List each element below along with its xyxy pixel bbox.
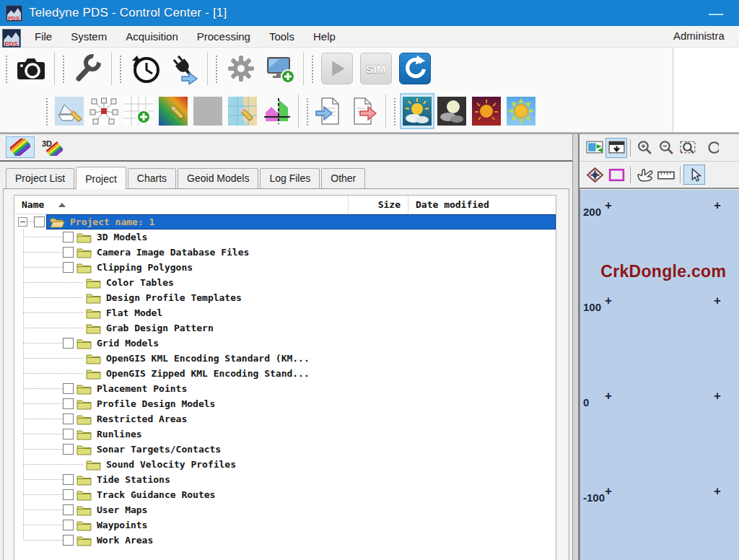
tree-checkbox[interactable]	[63, 414, 74, 424]
tree-row[interactable]: Sound Velocity Profiles	[14, 457, 556, 472]
terrain-edit-button[interactable]	[156, 93, 191, 129]
zoom-out-button[interactable]	[655, 138, 677, 158]
tree-row[interactable]: OpenGIS Zipped KML Encoding Stand...	[14, 366, 556, 381]
panel-splitter[interactable]	[572, 134, 580, 560]
pan-hand-button[interactable]	[634, 165, 655, 185]
tab-project-list[interactable]: Project List	[6, 168, 74, 188]
play-button[interactable]	[318, 49, 357, 88]
tree-checkbox[interactable]	[63, 504, 74, 515]
camera-button[interactable]	[12, 49, 51, 88]
tree-row[interactable]: Flat Model	[14, 305, 556, 320]
tree-row[interactable]: Sonar Targets/Contacts	[14, 442, 556, 457]
map-edit-button[interactable]	[225, 93, 260, 129]
tree-checkbox[interactable]	[63, 247, 74, 258]
tab-log-files[interactable]: Log Files	[260, 168, 320, 188]
weather-night-button[interactable]	[434, 93, 469, 129]
toolbar-grip[interactable]	[305, 97, 310, 126]
tree-row[interactable]: Runlines	[14, 426, 556, 442]
network-nodes-button[interactable]	[87, 93, 121, 129]
tab-other[interactable]: Other	[321, 168, 365, 188]
menu-system[interactable]: System	[61, 27, 116, 45]
clock-button[interactable]	[126, 49, 165, 88]
select-rect-button[interactable]	[605, 165, 627, 185]
tree-guide	[23, 494, 63, 495]
weather-dusk-button[interactable]	[469, 93, 504, 129]
toolbar-grip[interactable]	[214, 54, 219, 83]
toolbar-grip[interactable]	[118, 54, 123, 83]
tree-checkbox[interactable]	[34, 216, 45, 227]
layers-2d-view-button[interactable]	[6, 136, 35, 158]
menu-help[interactable]: Help	[304, 27, 345, 45]
tree-row[interactable]: Profile Design Models	[14, 396, 556, 411]
toolbar-grip[interactable]	[61, 54, 66, 83]
toolbar-grip[interactable]	[45, 97, 49, 126]
tree-row[interactable]: Project name: 1	[14, 214, 556, 229]
plug-connect-button[interactable]	[165, 49, 204, 88]
tab-project[interactable]: Project	[76, 167, 126, 189]
monitor-add-button[interactable]	[261, 49, 299, 88]
tree-checkbox[interactable]	[63, 429, 74, 439]
tree-checkbox[interactable]	[63, 232, 74, 242]
doc-export-button[interactable]	[347, 93, 382, 129]
tree-checkbox[interactable]	[63, 535, 74, 546]
tree-checkbox[interactable]	[63, 520, 74, 530]
profile-view-button[interactable]	[260, 93, 294, 129]
column-header-size[interactable]: Size	[348, 196, 408, 214]
tree-row[interactable]: Restricted Areas	[14, 411, 556, 426]
minimize-button[interactable]: —	[709, 6, 723, 20]
tree-checkbox[interactable]	[63, 474, 74, 485]
vessel-edit-button[interactable]	[52, 93, 87, 129]
toolbar-grip[interactable]	[393, 97, 397, 126]
collapse-expander[interactable]	[18, 217, 27, 227]
weather-bright-button[interactable]	[504, 93, 538, 129]
cursor-arrow-button[interactable]	[683, 165, 705, 185]
tree-row[interactable]: Work Areas	[14, 533, 556, 548]
tree-row[interactable]: Waypoints	[14, 517, 556, 533]
grid-add-button[interactable]	[121, 93, 156, 129]
menu-processing[interactable]: Processing	[188, 27, 260, 45]
tree-checkbox[interactable]	[63, 338, 74, 349]
menu-tools[interactable]: Tools	[260, 27, 304, 45]
layers-3d-view-button[interactable]: 3D	[38, 136, 67, 158]
tree-row[interactable]: Placement Points	[14, 381, 556, 396]
tab-geoid-models[interactable]: Geoid Models	[178, 168, 258, 188]
blank-button[interactable]	[191, 93, 225, 129]
reset-button[interactable]	[395, 49, 434, 88]
center-target-button[interactable]	[584, 165, 605, 185]
settings-gear-button[interactable]	[222, 49, 261, 88]
tree-checkbox[interactable]	[63, 383, 74, 394]
tree-row[interactable]: Camera Image Database Files	[14, 245, 556, 260]
tree-row[interactable]: Clipping Polygons	[14, 260, 556, 275]
tree-row[interactable]: Color Tables	[14, 275, 556, 290]
tree-row[interactable]: OpenGIS KML Encoding Standard (KM...	[14, 351, 556, 366]
zoom-edge-button[interactable]	[699, 138, 720, 158]
toolbar-grip[interactable]	[4, 54, 9, 83]
doc-import-button[interactable]	[312, 93, 347, 129]
tree-checkbox[interactable]	[63, 398, 74, 409]
tree-row[interactable]: Tide Stations	[14, 472, 556, 487]
tree-checkbox[interactable]	[63, 262, 74, 273]
window-dock-button[interactable]	[605, 138, 627, 158]
wrench-button[interactable]	[69, 49, 108, 88]
tab-charts[interactable]: Charts	[128, 168, 176, 188]
weather-day-button[interactable]	[400, 93, 434, 129]
column-header-name[interactable]: Name	[14, 199, 348, 210]
menu-file[interactable]: File	[25, 27, 61, 45]
ruler-button[interactable]	[655, 165, 677, 185]
tree-row[interactable]: Design Profile Templates	[14, 290, 556, 305]
sim-button[interactable]: SIM	[357, 49, 395, 88]
tree-row[interactable]: User Maps	[14, 502, 556, 517]
tree-checkbox[interactable]	[63, 489, 74, 500]
tree-row[interactable]: Track Guidance Routes	[14, 487, 556, 502]
zoom-in-button[interactable]	[634, 138, 655, 158]
plan-view-canvas[interactable]: CrkDongle.com 200++100++0++-100++	[580, 190, 739, 560]
tree-row[interactable]: Grab Design Pattern	[14, 320, 556, 336]
screen-sync-button[interactable]	[584, 138, 605, 158]
tree-row[interactable]: Grid Models	[14, 336, 556, 351]
toolbar-grip[interactable]	[310, 54, 315, 83]
tree-checkbox[interactable]	[63, 444, 74, 455]
tree-row[interactable]: 3D Models	[14, 229, 556, 245]
column-header-date-modified[interactable]: Date modified	[408, 196, 556, 214]
menu-acquisition[interactable]: Acquisition	[116, 27, 188, 45]
zoom-window-button[interactable]	[677, 138, 699, 158]
